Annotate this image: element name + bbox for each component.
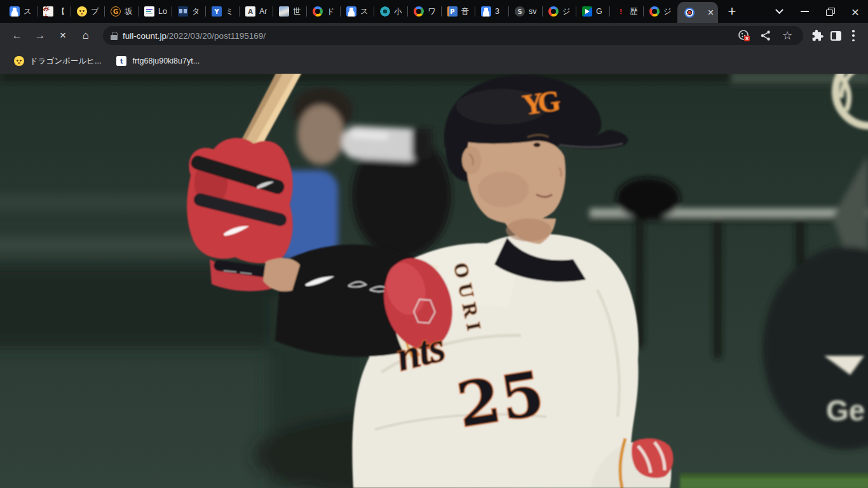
tab-12[interactable]: ワ (408, 0, 442, 23)
tab-label: 【 (57, 6, 65, 17)
tab-5[interactable]: タ (172, 0, 206, 23)
url-host: full-count.jp (123, 31, 166, 41)
tab-label: 坂 (125, 6, 133, 17)
minimize-button[interactable] (792, 0, 817, 23)
tab-6[interactable]: Yミ (206, 0, 240, 23)
fullcount-icon (684, 8, 695, 18)
excl-icon: ! (616, 6, 626, 17)
toolbar: ← → × ⌂ full-count.jp/2022/03/20/post119… (0, 23, 868, 48)
redj-icon: み+ (43, 6, 53, 17)
extensions-button[interactable] (810, 27, 826, 44)
tab-15[interactable]: Ssv (509, 0, 543, 23)
cookies-blocked-icon[interactable] (736, 27, 752, 44)
restore-icon (826, 8, 834, 15)
url-path: /2022/03/20/post1195169/ (166, 31, 266, 41)
tab-1[interactable]: み+【 (37, 0, 71, 23)
meet-icon (582, 6, 592, 17)
tab-13[interactable]: P音 (442, 0, 475, 23)
cookie-icon (738, 29, 750, 42)
google-icon (548, 6, 559, 17)
teal-icon (380, 6, 390, 17)
restore-button[interactable] (817, 0, 843, 23)
article-photo: Ge OURI (0, 74, 868, 488)
tab-17[interactable]: G (576, 0, 610, 23)
share-icon (760, 30, 771, 41)
chevron-down-icon (775, 6, 783, 14)
tab-label: ジ (562, 6, 571, 17)
tab-16[interactable]: ジ (543, 0, 576, 23)
back-button[interactable]: ← (6, 25, 28, 46)
tab-18[interactable]: !歴 (610, 0, 644, 23)
tab-label: ワ (428, 6, 436, 17)
tab-label: ド (327, 6, 335, 17)
tab-label: Lo (158, 7, 167, 16)
google-icon (414, 6, 424, 17)
bookmarks-bar: ドラゴンボールヒ...tfrtg68ju90ki8u7yt... (0, 48, 868, 74)
tab-label: 3 (495, 7, 499, 16)
tab-label: G (596, 7, 602, 16)
google-icon (649, 6, 660, 17)
bookmark-1[interactable]: tfrtg68ju90ki8u7yt... (110, 53, 206, 69)
tab-7[interactable]: AAr (240, 0, 273, 23)
tab-label: ス (360, 6, 369, 17)
forward-button[interactable]: → (29, 25, 51, 46)
tab-label: Ar (259, 7, 268, 16)
tab-close-icon[interactable]: × (708, 8, 714, 18)
face-icon (77, 6, 87, 17)
bookmark-star-button[interactable]: ☆ (779, 27, 796, 44)
home-button[interactable]: ⌂ (75, 25, 97, 46)
bookp-icon: P (447, 6, 458, 17)
tab-label: sv (529, 7, 537, 16)
tab-19[interactable]: ジ (644, 0, 677, 23)
puzzle-icon (811, 29, 824, 42)
tab-strip-tabs: スみ+【ブG坂LoタYミAAr世ドス小ワP音3SsvジG!歴ジ× (0, 0, 718, 23)
tab-search-button[interactable] (766, 0, 792, 23)
bookmark-label: ドラゴンボールヒ... (30, 56, 101, 67)
google-icon (313, 6, 323, 17)
tab-14[interactable]: 3 (475, 0, 509, 23)
tab-label: 小 (394, 6, 402, 17)
three-dots-icon (852, 30, 855, 41)
window-controls: × (766, 0, 868, 23)
lock-icon[interactable] (111, 32, 118, 40)
tab-label: タ (192, 6, 200, 17)
tab-0[interactable]: ス (4, 0, 37, 23)
stop-button[interactable]: × (52, 25, 74, 46)
baseball-batter-photo: Ge OURI (0, 74, 868, 488)
close-icon: × (851, 5, 859, 18)
new-tab-button[interactable]: + (722, 1, 742, 22)
profile-icon (481, 6, 491, 17)
tab-4[interactable]: Lo (139, 0, 172, 23)
tab-label: ジ (663, 6, 672, 17)
side-panel-button[interactable] (827, 27, 844, 44)
giants-icon: G (111, 6, 121, 17)
jersey-number: 25 (452, 357, 550, 442)
bookmark-label: frtg68ju90ki8u7yt... (132, 57, 200, 65)
signage-text: Ge (826, 394, 865, 427)
bookmark-0[interactable]: ドラゴンボールヒ... (8, 53, 107, 70)
tab-8[interactable]: 世 (273, 0, 307, 23)
tab-label: 世 (293, 6, 301, 17)
tumblr-icon: t (116, 56, 126, 66)
url-text: full-count.jp/2022/03/20/post1195169/ (123, 31, 266, 41)
globe-icon: S (515, 6, 525, 17)
menu-button[interactable] (845, 27, 862, 44)
close-window-button[interactable]: × (843, 0, 868, 23)
tab-label: 歴 (630, 6, 638, 17)
tab-3[interactable]: G坂 (105, 0, 139, 23)
navy-icon (178, 6, 188, 17)
tab-label: ス (24, 6, 32, 17)
tab-label: ブ (91, 6, 99, 17)
tab-11[interactable]: 小 (374, 0, 408, 23)
address-bar[interactable]: full-count.jp/2022/03/20/post1195169/ ☆ (103, 26, 803, 45)
tab-label: ミ (226, 6, 234, 17)
minimize-icon (801, 11, 809, 12)
dragonball-icon (14, 56, 24, 66)
tab-10[interactable]: ス (341, 0, 374, 23)
tab-9[interactable]: ド (307, 0, 341, 23)
profile-icon (346, 6, 356, 17)
share-button[interactable] (757, 27, 774, 44)
form-icon (144, 6, 154, 17)
tab-2[interactable]: ブ (71, 0, 105, 23)
tab-active[interactable]: × (677, 2, 718, 23)
